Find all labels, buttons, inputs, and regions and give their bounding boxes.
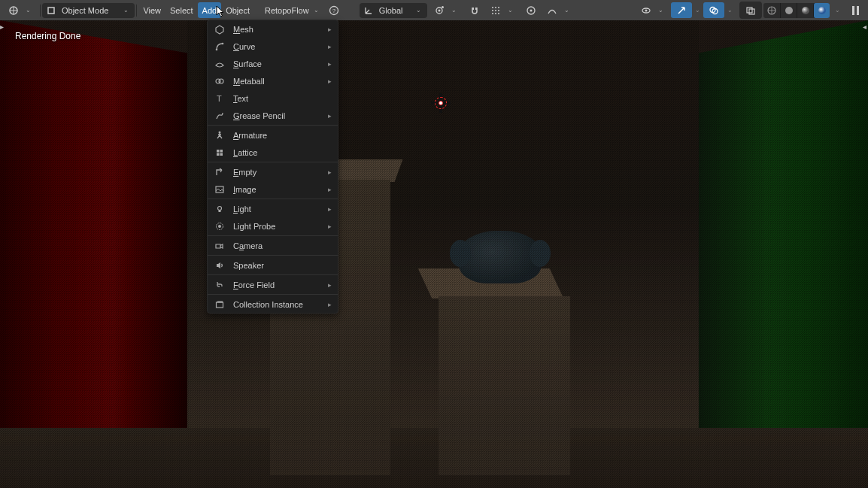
svg-rect-42 xyxy=(217,302,223,308)
eye-icon xyxy=(640,5,652,17)
help-button[interactable]: ? xyxy=(323,2,344,18)
viewport-header: ⌄ Object Mode ⌄ View Select Add Object R… xyxy=(0,0,868,20)
visibility-dropdown[interactable]: ⌄ xyxy=(636,2,671,18)
spk-icon xyxy=(214,259,226,271)
menu-item-armature[interactable]: Armature xyxy=(208,126,338,144)
svg-point-40 xyxy=(218,225,221,228)
magnet-icon xyxy=(469,5,481,17)
chevron-down-icon: ⌄ xyxy=(655,7,666,14)
svg-point-5 xyxy=(439,9,441,11)
submenu-arrow-icon: ▸ xyxy=(328,43,332,50)
cam-icon xyxy=(214,240,226,252)
svg-point-26 xyxy=(802,7,809,14)
shading-wireframe[interactable] xyxy=(763,3,780,18)
svg-point-13 xyxy=(492,13,493,14)
svg-text:T: T xyxy=(217,94,222,103)
pivot-icon xyxy=(433,5,445,17)
submenu-arrow-icon: ▸ xyxy=(328,223,332,230)
suzanne-object xyxy=(459,231,542,283)
chevron-down-icon: ⌄ xyxy=(311,7,322,14)
menu-item-curve[interactable]: Curve▸ xyxy=(208,38,338,55)
submenu-arrow-icon: ▸ xyxy=(328,168,332,176)
svg-point-6 xyxy=(442,6,444,8)
submenu-arrow-icon: ▸ xyxy=(328,281,332,289)
menu-item-light-probe[interactable]: Light Probe▸ xyxy=(208,217,338,235)
menu-item-speaker[interactable]: Speaker xyxy=(208,256,338,274)
panel-expand-left-icon[interactable]: ▸ xyxy=(0,23,4,31)
shading-matprev[interactable] xyxy=(797,3,813,18)
menu-item-empty[interactable]: Empty▸ xyxy=(208,163,338,180)
proportional-toggle[interactable] xyxy=(520,2,542,18)
arm-icon xyxy=(214,129,226,141)
shading-mode-group xyxy=(763,3,830,18)
add-menu[interactable]: Add xyxy=(198,2,222,18)
chevron-down-icon[interactable]: ⌄ xyxy=(692,7,703,14)
svg-rect-37 xyxy=(220,153,223,156)
add-dropdown-menu: Mesh▸Curve▸Surface▸Metaball▸TTextGrease … xyxy=(207,20,338,314)
empty-icon xyxy=(214,166,226,178)
view-menu[interactable]: View xyxy=(138,2,165,18)
retopoflow-menu[interactable]: RetopoFlow ⌄ xyxy=(265,6,322,15)
chevron-down-icon[interactable]: ⌄ xyxy=(832,7,843,14)
chevron-down-icon: ⌄ xyxy=(120,7,132,14)
menu-item-image[interactable]: Image▸ xyxy=(208,180,338,198)
svg-point-8 xyxy=(495,7,496,8)
render-preview xyxy=(0,20,868,488)
submenu-arrow-icon: ▸ xyxy=(328,205,332,213)
shading-solid[interactable] xyxy=(780,3,797,18)
proportional-icon xyxy=(525,5,537,17)
menu-item-collection-instance[interactable]: Collection Instance▸ xyxy=(208,296,338,313)
menu-item-force-field[interactable]: Force Field▸ xyxy=(208,276,338,293)
svg-point-10 xyxy=(492,10,493,11)
light-icon xyxy=(214,203,226,215)
menu-item-camera[interactable]: Camera xyxy=(208,237,338,254)
submenu-arrow-icon: ▸ xyxy=(328,301,332,308)
object-menu[interactable]: Object xyxy=(221,2,254,18)
svg-rect-35 xyxy=(220,150,223,153)
svg-rect-1 xyxy=(48,8,54,14)
pause-render-button[interactable] xyxy=(848,6,863,15)
orientation-label: Global xyxy=(379,6,403,15)
svg-point-11 xyxy=(495,10,496,11)
svg-point-12 xyxy=(498,10,499,11)
chevron-down-icon: ⌄ xyxy=(505,7,516,14)
svg-point-9 xyxy=(498,7,499,8)
xray-toggle[interactable] xyxy=(740,2,761,18)
chevron-down-icon: ⌄ xyxy=(23,7,34,14)
mode-dropdown[interactable]: Object Mode ⌄ xyxy=(42,3,135,18)
probe-icon xyxy=(214,220,226,232)
orientation-dropdown[interactable]: Global ⌄ xyxy=(360,3,428,18)
snap-toggle[interactable] xyxy=(464,2,485,18)
submenu-arrow-icon: ▸ xyxy=(328,77,332,85)
menu-item-lattice[interactable]: Lattice xyxy=(208,144,338,161)
curve-icon xyxy=(214,41,226,53)
panel-expand-right-icon[interactable]: ◂ xyxy=(863,23,866,31)
gizmo-toggle[interactable] xyxy=(671,2,692,18)
chevron-down-icon: ⌄ xyxy=(561,7,572,14)
submenu-arrow-icon: ▸ xyxy=(328,60,332,68)
menu-item-mesh[interactable]: Mesh▸ xyxy=(208,20,338,38)
select-menu[interactable]: Select xyxy=(165,2,198,18)
menu-item-surface[interactable]: Surface▸ xyxy=(208,55,338,72)
menu-item-metaball[interactable]: Metaball▸ xyxy=(208,72,338,89)
text-icon: T xyxy=(214,92,226,105)
shading-rendered[interactable] xyxy=(813,3,830,18)
menu-item-grease-pencil[interactable]: Grease Pencil▸ xyxy=(208,107,338,124)
menu-item-text[interactable]: TText xyxy=(208,89,338,107)
pivot-dropdown[interactable]: ⌄ xyxy=(429,2,464,18)
meta-icon xyxy=(214,75,226,87)
orientation-icon xyxy=(363,5,375,17)
img-icon xyxy=(214,183,226,196)
snap-dropdown[interactable]: ⌄ xyxy=(485,2,520,18)
menu-item-light[interactable]: Light▸ xyxy=(208,200,338,217)
overlays-toggle[interactable] xyxy=(703,2,724,18)
svg-point-14 xyxy=(495,13,496,14)
viewport-3d[interactable]: Rendering Done ▸ ◂ xyxy=(0,20,868,488)
mesh-icon xyxy=(214,23,226,35)
ff-icon xyxy=(214,279,226,291)
svg-rect-43 xyxy=(217,301,223,302)
svg-point-7 xyxy=(492,7,493,8)
chevron-down-icon[interactable]: ⌄ xyxy=(724,7,736,14)
proportional-dropdown[interactable]: ⌄ xyxy=(542,2,577,18)
editor-type-dropdown[interactable]: ⌄ xyxy=(3,2,38,18)
